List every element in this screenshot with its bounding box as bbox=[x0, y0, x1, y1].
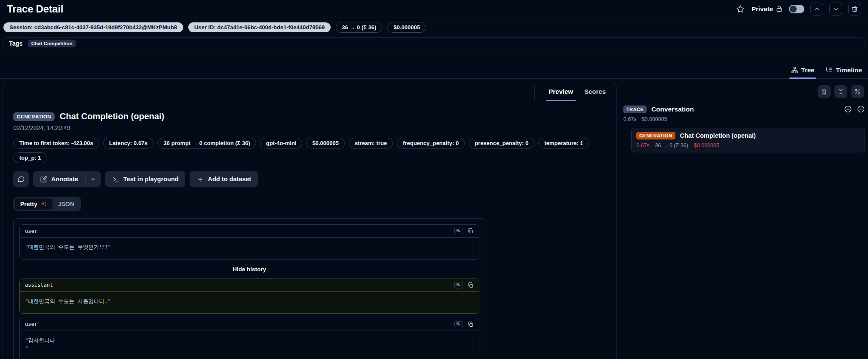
privacy-label-group: Private bbox=[751, 5, 783, 12]
tags-container: Tags Chat Competition bbox=[3, 37, 865, 49]
tab-timeline-label: Timeline bbox=[836, 66, 862, 74]
tab-scores[interactable]: Scores bbox=[584, 82, 606, 101]
trace-title: Conversation bbox=[651, 105, 694, 113]
privacy-label: Private bbox=[751, 5, 773, 12]
preview-scores-tabs: Preview Scores bbox=[534, 82, 616, 101]
sparkles-icon bbox=[40, 201, 47, 207]
add-to-dataset-label: Add to dataset bbox=[208, 176, 251, 183]
next-trace-button[interactable] bbox=[829, 3, 842, 15]
markdown-toggle-icon[interactable]: M↓ bbox=[454, 282, 463, 288]
annotate-dropdown-button[interactable] bbox=[86, 171, 101, 187]
trace-metrics: 0.67s $0.000005 bbox=[623, 116, 865, 122]
expand-all-button[interactable] bbox=[844, 105, 852, 113]
format-tab-json[interactable]: JSON bbox=[52, 198, 80, 210]
trace-latency: 0.67s bbox=[623, 116, 637, 122]
plus-circle-icon bbox=[844, 105, 852, 113]
observation-timestamp: 02/12/2024, 14:20:49 bbox=[13, 124, 606, 131]
view-mode-tabs: Tree Timeline bbox=[0, 65, 868, 79]
copy-icon bbox=[467, 282, 474, 288]
percent-icon bbox=[854, 88, 861, 95]
header-actions: Private bbox=[735, 3, 861, 15]
message-header: user M↓ bbox=[20, 225, 479, 238]
observation-actions-row: Annotate Test in playground Add to datas… bbox=[13, 171, 606, 187]
message-tools: M↓ bbox=[454, 282, 474, 288]
comment-icon bbox=[17, 175, 25, 183]
tree-item-header: GENERATION Chat Completion (openai) bbox=[636, 132, 860, 139]
edit-icon bbox=[40, 176, 47, 183]
message-card-user-1: user M↓ "대한민국의 수도는 무엇인가요?" bbox=[19, 224, 479, 260]
toggle-knob bbox=[790, 6, 797, 12]
meta-badge-presence-penalty: presence_penalty: 0 bbox=[469, 138, 534, 149]
format-tab-pretty[interactable]: Pretty bbox=[15, 198, 52, 210]
trace-cost: $0.000005 bbox=[642, 116, 667, 122]
observation-detail-panel: Preview Scores GENERATION Chat Completio… bbox=[3, 82, 616, 359]
tag-chip[interactable]: Chat Competition bbox=[28, 40, 76, 47]
token-usage-badge: 36 → 0 (Σ 36) bbox=[336, 22, 382, 33]
copy-button[interactable] bbox=[467, 228, 474, 234]
previous-trace-button[interactable] bbox=[810, 3, 823, 15]
trace-tree-root[interactable]: TRACE Conversation bbox=[623, 105, 865, 113]
generation-latency: 0.67s bbox=[636, 142, 650, 149]
meta-badge-token-usage: 36 prompt → 0 completion (Σ 36) bbox=[157, 138, 256, 149]
chevron-down-icon bbox=[90, 176, 96, 182]
pretty-label: Pretty bbox=[20, 201, 37, 207]
public-toggle[interactable] bbox=[789, 5, 804, 13]
copy-icon bbox=[467, 321, 474, 328]
page-title: Trace Detail bbox=[7, 3, 63, 15]
observation-meta-badges: Time to first token: -423.00s Latency: 0… bbox=[13, 138, 589, 163]
chevrons-down-up-icon bbox=[837, 88, 844, 95]
timeline-icon bbox=[825, 66, 833, 74]
session-badge[interactable]: Session: cd3abcd6-c81c-4037-935d-19d9f27… bbox=[3, 22, 183, 32]
tab-tree-label: Tree bbox=[801, 66, 815, 74]
tab-timeline[interactable]: Timeline bbox=[825, 65, 862, 78]
user-id-badge[interactable]: User ID: dc47a41e-06bc-400d-bde1-f0e440d… bbox=[188, 22, 331, 32]
toggle-scores-button[interactable] bbox=[818, 85, 831, 98]
message-header: user M↓ bbox=[20, 318, 479, 331]
message-card-user-2: user M↓ "감사합니다 " bbox=[19, 318, 479, 359]
plus-icon bbox=[196, 176, 204, 183]
trace-id-badges-row: Session: cd3abcd6-c81c-4037-935d-19d9f27… bbox=[0, 18, 868, 37]
meta-badge-model[interactable]: gpt-4o-mini bbox=[260, 138, 303, 149]
tab-tree[interactable]: Tree bbox=[791, 65, 815, 78]
delete-trace-button[interactable] bbox=[848, 3, 861, 15]
hide-history-button[interactable]: Hide history bbox=[19, 266, 479, 272]
tags-label: Tags bbox=[9, 40, 23, 47]
terminal-icon bbox=[112, 176, 120, 183]
meta-badge-top-p: top_p: 1 bbox=[13, 152, 47, 163]
total-cost-badge: $0.000005 bbox=[387, 22, 426, 33]
bookmark-star-button[interactable] bbox=[735, 4, 745, 14]
chevron-up-icon bbox=[813, 6, 820, 12]
tree-item-generation[interactable]: GENERATION Chat Completion (openai) 0.67… bbox=[631, 128, 865, 152]
markdown-toggle-icon[interactable]: M↓ bbox=[454, 228, 463, 234]
award-icon bbox=[821, 88, 828, 95]
tree-controls bbox=[623, 85, 865, 98]
copy-icon bbox=[467, 228, 474, 234]
test-in-playground-label: Test in playground bbox=[123, 176, 179, 183]
add-to-dataset-button[interactable]: Add to dataset bbox=[190, 171, 258, 187]
message-content: "감사합니다 " bbox=[20, 331, 479, 359]
generation-type-badge: GENERATION bbox=[13, 112, 55, 121]
trace-tree-panel: TRACE Conversation 0.67s $0.000005 GENER… bbox=[623, 82, 865, 152]
message-role: assistant bbox=[25, 282, 53, 288]
meta-badge-time-to-first-token: Time to first token: -423.00s bbox=[13, 138, 99, 149]
meta-badge-temperature: temperature: 1 bbox=[538, 138, 589, 149]
message-role: user bbox=[25, 321, 37, 327]
generation-token-usage: 36 → 0 (Σ 36) bbox=[655, 142, 688, 149]
observation-title: Chat Completion (openai) bbox=[60, 111, 164, 121]
comment-button[interactable] bbox=[13, 171, 29, 187]
collapse-all-button[interactable] bbox=[834, 85, 847, 98]
collapse-tree-button[interactable] bbox=[857, 105, 865, 113]
copy-button[interactable] bbox=[467, 321, 474, 328]
toggle-metrics-button[interactable] bbox=[851, 85, 864, 98]
chevron-down-icon bbox=[832, 6, 839, 12]
tab-preview[interactable]: Preview bbox=[549, 82, 573, 101]
test-in-playground-button[interactable]: Test in playground bbox=[105, 171, 186, 187]
markdown-toggle-icon[interactable]: M↓ bbox=[454, 321, 463, 328]
meta-badge-frequency-penalty: frequency_penalty: 0 bbox=[397, 138, 465, 149]
tree-icon bbox=[791, 66, 798, 74]
message-tools: M↓ bbox=[454, 228, 474, 234]
trace-type-badge: TRACE bbox=[623, 105, 647, 113]
annotate-button[interactable]: Annotate bbox=[33, 171, 85, 187]
annotate-split-button: Annotate bbox=[33, 171, 101, 187]
copy-button[interactable] bbox=[467, 282, 474, 288]
